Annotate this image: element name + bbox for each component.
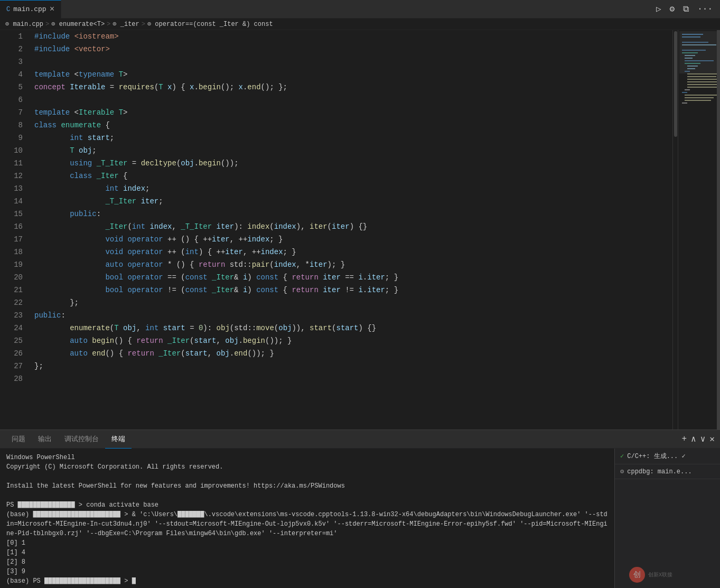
tab-action-bar: ▷ ⚙ ⧉ ···	[654, 3, 720, 15]
line-number-21: 21	[0, 284, 23, 296]
svg-rect-15	[687, 76, 716, 77]
svg-rect-21	[682, 92, 687, 93]
code-line-9: int start;	[34, 132, 672, 144]
bottom-panel: 问题 输出 调试控制台 终端 + ∧ ∨ ✕ Windows PowerShel…	[0, 430, 720, 588]
minimap-content	[678, 30, 720, 245]
code-line-26: auto end() { return _Iter(start, obj.end…	[34, 347, 672, 360]
code-line-1: #include <iostream>	[34, 30, 672, 43]
terminal-line: [1] 4	[6, 548, 608, 557]
terminal-line: Install the latest PowerShell for new fe…	[6, 481, 608, 491]
code-line-24: enumerate(T obj, int start = 0): obj(std…	[34, 322, 672, 334]
code-line-28	[34, 372, 672, 385]
svg-rect-17	[687, 81, 720, 82]
task-cppdbg[interactable]: ⚙ cppdbg: main.e...	[615, 464, 720, 479]
terminal-line	[6, 491, 608, 500]
breadcrumb-sep-1: >	[45, 21, 49, 28]
line-number-8: 8	[0, 119, 23, 132]
split-editor-button[interactable]: ⧉	[681, 3, 691, 15]
code-line-6	[34, 94, 672, 106]
svg-rect-25	[682, 102, 687, 104]
breadcrumb-file[interactable]: ⊙ main.cpp	[5, 20, 43, 28]
code-line-23: public:	[34, 309, 672, 322]
panel-tab-debug-console[interactable]: 调试控制台	[58, 430, 105, 449]
code-line-13: int index;	[34, 182, 672, 195]
watermark-text: 创新X联接	[648, 571, 672, 578]
code-line-7: template <Iterable T>	[34, 106, 672, 119]
line-number-10: 10	[0, 144, 23, 157]
breadcrumb-class[interactable]: ⊙ enumerate<T>	[51, 20, 105, 28]
line-number-12: 12	[0, 170, 23, 182]
panel-tab-issues[interactable]: 问题	[5, 430, 32, 449]
minimap-svg	[679, 31, 720, 242]
tab-main-cpp[interactable]: C main.cpp ×	[0, 0, 61, 18]
code-line-25: auto begin() { return _Iter(start, obj.b…	[34, 334, 672, 347]
line-number-7: 7	[0, 106, 23, 119]
line-number-1: 1	[0, 30, 23, 43]
terminal-line: Copyright (C) Microsoft Corporation. All…	[6, 462, 608, 472]
terminal-line: [0] 1	[6, 538, 608, 548]
code-line-14: _T_Iter iter;	[34, 195, 672, 208]
watermark-inner: 创 创新X联接	[629, 567, 672, 583]
svg-rect-24	[685, 100, 711, 101]
line-number-23: 23	[0, 309, 23, 322]
code-line-4: template <typename T>	[34, 68, 672, 81]
code-line-16: _Iter(int index, _T_Iter iter): index(in…	[34, 220, 672, 233]
panel-content: Windows PowerShellCopyright (C) Microsof…	[0, 449, 720, 588]
svg-rect-22	[685, 95, 719, 96]
code-line-15: public:	[34, 208, 672, 220]
breadcrumb-sep-3: >	[142, 21, 145, 28]
new-terminal-button[interactable]: +	[681, 434, 687, 444]
task-cppdbg-label: cppdbg: main.e...	[627, 468, 691, 475]
vertical-scrollbar[interactable]	[672, 30, 678, 430]
terminal[interactable]: Windows PowerShellCopyright (C) Microsof…	[0, 449, 614, 588]
line-number-15: 15	[0, 208, 23, 220]
line-number-28: 28	[0, 372, 23, 385]
debug-button[interactable]: ⚙	[668, 3, 677, 15]
panel-tab-output[interactable]: 输出	[32, 430, 58, 449]
terminal-line: (base) ███████████████████████ > & 'c:\U…	[6, 510, 608, 538]
line-number-19: 19	[0, 258, 23, 271]
code-line-3	[34, 55, 672, 68]
scrollbar-thumb[interactable]	[674, 31, 677, 137]
code-line-21: bool operator != (const _Iter& i) const …	[34, 284, 672, 296]
terminal-line: [3] 9	[6, 567, 608, 576]
code-line-2: #include <vector>	[34, 43, 672, 55]
code-line-27: };	[34, 360, 672, 372]
code-line-17: void operator ++ () { ++iter, ++index; }	[34, 233, 672, 246]
tab-close-button[interactable]: ×	[50, 5, 55, 14]
maximize-panel-button[interactable]: ∧	[691, 434, 696, 444]
minimap-scrollbar[interactable]	[717, 30, 720, 430]
code-content[interactable]: #include <iostream>#include <vector> tem…	[29, 30, 672, 430]
minimap[interactable]	[678, 30, 720, 430]
terminal-line: [2] 8	[6, 557, 608, 567]
tab-label: main.cpp	[13, 5, 46, 13]
line-number-18: 18	[0, 246, 23, 258]
task-cpp-build[interactable]: ✓ C/C++: 生成... ✓	[615, 449, 720, 464]
line-number-3: 3	[0, 55, 23, 68]
line-number-9: 9	[0, 132, 23, 144]
run-button[interactable]: ▷	[654, 3, 663, 15]
svg-rect-14	[687, 73, 719, 74]
line-number-13: 13	[0, 182, 23, 195]
panel-tab-actions: + ∧ ∨ ✕	[681, 434, 720, 444]
breadcrumb-method[interactable]: ⊙ operator==(const _Iter &) const	[147, 20, 273, 28]
line-number-20: 20	[0, 271, 23, 284]
code-line-22: };	[34, 296, 672, 309]
editor-area: 1234567891011121314151617181920212223242…	[0, 30, 720, 430]
more-actions-button[interactable]: ···	[695, 3, 715, 15]
panel-tab-terminal[interactable]: 终端	[105, 430, 132, 449]
app-container: C main.cpp × ▷ ⚙ ⧉ ··· ⊙ main.cpp > ⊙ en…	[0, 0, 720, 588]
close-panel-button[interactable]: ✕	[709, 434, 715, 444]
code-line-11: using _T_Iter = decltype(obj.begin());	[34, 157, 672, 170]
code-line-12: class _Iter {	[34, 170, 672, 182]
minimize-panel-button[interactable]: ∨	[700, 434, 706, 444]
line-number-22: 22	[0, 296, 23, 309]
code-editor-area[interactable]: 1234567891011121314151617181920212223242…	[0, 30, 672, 430]
line-number-14: 14	[0, 195, 23, 208]
breadcrumb-inner-class[interactable]: ⊙ _iter	[113, 20, 139, 28]
line-number-5: 5	[0, 81, 23, 94]
line-numbers: 1234567891011121314151617181920212223242…	[0, 30, 29, 430]
breadcrumb-sep-2: >	[107, 21, 110, 28]
breadcrumb: ⊙ main.cpp > ⊙ enumerate<T> > ⊙ _iter > …	[0, 18, 720, 30]
terminal-line	[6, 472, 608, 481]
